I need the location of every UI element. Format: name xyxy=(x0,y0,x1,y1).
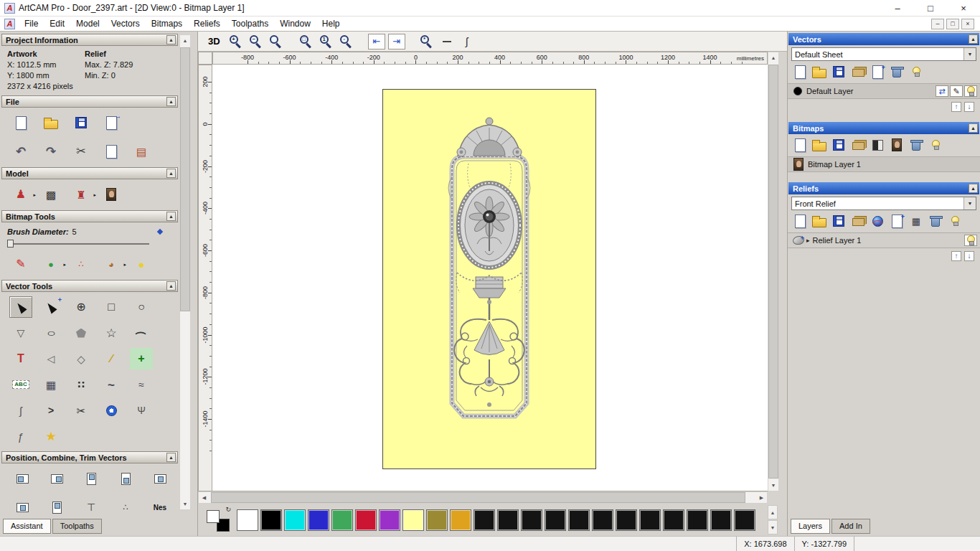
text-on-curve-icon[interactable]: ◁ xyxy=(39,348,62,369)
new-bitmap-layer-icon[interactable] xyxy=(791,137,809,153)
zoom-previous-icon[interactable] xyxy=(268,34,285,50)
bitmap-layer-thumb-icon[interactable] xyxy=(792,159,805,170)
paint-brush-icon[interactable]: ✎ xyxy=(10,254,32,274)
palette-swatch-10[interactable] xyxy=(473,509,495,531)
zoom-window-icon[interactable]: □ xyxy=(298,34,315,50)
transform-vectors-icon[interactable]: ⊕ xyxy=(70,296,93,318)
move-to-layer-icon[interactable]: ⇄ xyxy=(936,85,948,97)
array-copy-icon[interactable]: ∷ xyxy=(70,374,93,395)
layer-visibility-icon[interactable] xyxy=(964,85,977,97)
export-model-icon[interactable]: → xyxy=(100,113,122,133)
minimize-button[interactable]: – xyxy=(881,0,914,16)
new-relief-layer-icon[interactable] xyxy=(791,213,809,229)
menu-reliefs[interactable]: Reliefs xyxy=(188,17,226,30)
assistant-scrollbar[interactable]: ▲ ▼ xyxy=(179,34,191,510)
zoom-page-icon[interactable]: ▫ xyxy=(338,34,355,50)
scrollbar-thumb[interactable] xyxy=(180,47,190,311)
nesting-icon[interactable]: Nes xyxy=(149,497,171,517)
view-3d-button[interactable]: 3D xyxy=(204,34,225,48)
palette-swatch-20[interactable] xyxy=(710,509,732,531)
collapse-project-info-button[interactable]: ▲ xyxy=(166,35,176,44)
palette-swatch-6[interactable] xyxy=(379,509,400,531)
palette-swatch-17[interactable] xyxy=(639,509,661,531)
colour-palette-icon[interactable]: ◕▸ xyxy=(100,254,122,274)
extend-vector-icon[interactable]: > xyxy=(39,400,62,421)
snap-left-icon[interactable]: ⇤ xyxy=(368,34,385,50)
weld-vectors-icon[interactable] xyxy=(100,400,123,421)
align-right-icon[interactable] xyxy=(46,468,67,489)
scroll-down-button[interactable]: ▼ xyxy=(180,499,190,509)
mdi-close-button[interactable]: × xyxy=(961,19,974,29)
cut-icon[interactable]: ✂ xyxy=(70,141,92,161)
tab-toolpaths[interactable]: Toolpaths xyxy=(52,519,102,534)
create-circle-icon[interactable]: ○ xyxy=(130,296,153,318)
import-relief-icon[interactable] xyxy=(849,213,867,229)
collapse-vectors-button[interactable]: ▲ xyxy=(969,34,978,44)
move-layer-up-button[interactable]: ↑ xyxy=(951,102,961,112)
new-vector-layer-icon[interactable] xyxy=(791,64,809,80)
primary-colour-swatch[interactable] xyxy=(207,510,220,523)
create-polyline-icon[interactable]: ▽ xyxy=(9,322,32,344)
mdi-minimize-button[interactable]: – xyxy=(931,19,944,29)
bitmap-preview-icon[interactable] xyxy=(888,137,905,153)
menu-model[interactable]: Model xyxy=(70,17,105,30)
primary-secondary-colour-icon[interactable]: ↻ xyxy=(205,507,231,533)
save-bitmap-layer-icon[interactable] xyxy=(830,137,847,153)
brush-diameter-slider[interactable] xyxy=(7,239,149,249)
freehand-curve-icon[interactable]: ≈ xyxy=(130,374,153,395)
collapse-reliefs-button[interactable]: ▲ xyxy=(969,184,978,193)
scroll-right-button[interactable]: ▶ xyxy=(756,492,767,503)
delete-vector-layer-icon[interactable] xyxy=(888,64,905,80)
menu-file[interactable]: File xyxy=(19,17,44,30)
vector-doctor-icon[interactable]: ▦ xyxy=(39,374,62,395)
sheet-select[interactable]: Default Sheet ▼ xyxy=(791,47,976,61)
palette-scroll-up-button[interactable]: ▲ xyxy=(768,505,778,519)
palette-swatch-12[interactable] xyxy=(521,509,542,531)
scroll-up-button[interactable]: ▲ xyxy=(180,35,190,46)
relief-stamp-icon[interactable]: ♜▸ xyxy=(70,184,92,204)
scroll-down-button[interactable]: ▼ xyxy=(768,480,778,491)
mdi-restore-button[interactable]: □ xyxy=(946,19,959,29)
redo-icon[interactable]: ↷ xyxy=(40,141,62,161)
zoom-out-icon[interactable]: − xyxy=(248,34,265,50)
layer-colour-swatch[interactable] xyxy=(793,87,802,95)
delete-relief-layer-icon[interactable] xyxy=(927,213,944,229)
paste-icon[interactable] xyxy=(100,141,122,161)
menu-bitmaps[interactable]: Bitmaps xyxy=(146,17,188,30)
zoom-in-icon[interactable]: + xyxy=(227,34,245,50)
align-top-icon[interactable] xyxy=(80,468,102,489)
move-layer-down-button[interactable]: ↓ xyxy=(964,102,974,112)
palette-swatch-14[interactable] xyxy=(568,509,590,531)
new-relief-icon[interactable]: + xyxy=(888,213,905,229)
palette-swatch-3[interactable] xyxy=(308,509,329,531)
align-centre-v-icon[interactable] xyxy=(46,497,67,517)
relief-preview-icon[interactable] xyxy=(869,213,886,229)
save-vector-layers-icon[interactable] xyxy=(830,64,847,80)
relief-grid-icon[interactable]: ▦ xyxy=(908,213,925,229)
set-model-size-icon[interactable]: ♟▸ xyxy=(10,184,32,204)
greyscale-toggle-icon[interactable] xyxy=(869,137,886,153)
palette-swatch-4[interactable] xyxy=(331,509,353,531)
create-ellipse-icon[interactable]: ○ xyxy=(39,322,62,344)
palette-scroll-down-button[interactable]: ▼ xyxy=(768,520,778,534)
greyscale-preview-icon[interactable]: ▩ xyxy=(40,184,62,204)
create-rectangle-icon[interactable]: □ xyxy=(100,296,123,318)
delete-bitmap-layer-icon[interactable] xyxy=(908,137,925,153)
expander-icon[interactable]: ▸ xyxy=(806,237,810,244)
zoom-100-icon[interactable]: 1 xyxy=(318,34,335,50)
vertical-scrollbar[interactable]: ▲ ▼ xyxy=(768,52,779,491)
menu-toolpaths[interactable]: Toolpaths xyxy=(226,17,274,30)
relief-layer-thumb-icon[interactable]: + xyxy=(792,235,805,246)
node-editing-icon[interactable]: + xyxy=(39,296,62,318)
undo-icon[interactable]: ↶ xyxy=(10,141,32,161)
palette-swatch-21[interactable] xyxy=(734,509,755,531)
horizontal-scrollbar[interactable]: ◀ ▶ xyxy=(198,491,768,504)
tab-assistant[interactable]: Assistant xyxy=(3,519,51,534)
collapse-vector-tools-button[interactable]: ▲ xyxy=(166,281,176,291)
palette-swatch-1[interactable] xyxy=(260,509,282,531)
menu-vectors[interactable]: Vectors xyxy=(105,17,146,30)
palette-swatch-9[interactable] xyxy=(450,509,471,531)
palette-swatch-13[interactable] xyxy=(545,509,566,531)
collapse-model-button[interactable]: ▲ xyxy=(166,169,176,178)
mirror-vectors-icon[interactable]: ⊤ xyxy=(80,497,102,517)
